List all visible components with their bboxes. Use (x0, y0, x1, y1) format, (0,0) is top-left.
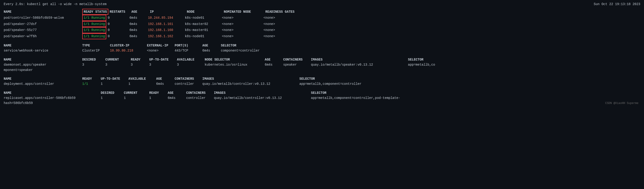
ds-desired: 3 (82, 62, 105, 67)
svc-col-selector-header: SELECTOR (221, 43, 313, 48)
pods-col-age-header: AGE (132, 9, 150, 14)
ds-available: 3 (177, 62, 205, 67)
pod-restarts: 0 (106, 15, 129, 20)
replicasets-header-row: NAME DESIRED CURRENT READY AGE CONTAINER… (4, 90, 640, 96)
ds-images: quay.io/metallb/speaker:v0.13.12 (311, 62, 408, 67)
ds-continuation: mponent=speaker (4, 68, 640, 72)
terminal: Every 2.0s: kubectl get all -o wide -n m… (4, 2, 640, 106)
table-row: pod/speaker-55z77 1/1 Running 0 6m4s 192… (4, 27, 640, 33)
svc-type: ClusterIP (82, 48, 110, 53)
svc-col-ports-header: PORT(S) (175, 43, 202, 48)
command-line: Every 2.0s: kubectl get all -o wide -n m… (4, 2, 106, 6)
ds-col-ready-header: READY (131, 57, 149, 62)
table-row: deployment.apps/controller 1/1 1 1 6m4s … (4, 81, 640, 86)
ds-col-age-header: AGE (265, 57, 283, 62)
pod-restarts: 0 (106, 34, 129, 39)
dep-available: 1 (128, 81, 156, 86)
dep-col-available-header: AVAILABLE (128, 76, 156, 81)
pods-col-status-header: STATUS (95, 10, 107, 14)
pod-node: k8s-master02 (185, 22, 222, 26)
table-row: pod/speaker-w7f6h 1/1 Running 0 6m4s 192… (4, 33, 640, 39)
dep-age: 6m4s (156, 81, 175, 86)
pod-readiness: <none> (263, 34, 310, 39)
pods-col-name-header: NAME (4, 9, 82, 14)
table-row: pod/controller-586bfc6b59-wclxm 1/1 Runn… (4, 15, 640, 21)
pods-col-ready-header: READY (84, 10, 93, 14)
dep-ready: 1/1 (82, 81, 101, 86)
watermark: CSDN @XiaoHH Superme (605, 102, 638, 105)
svc-col-clusterip-header: CLUSTER-IP (110, 43, 147, 48)
ds-col-desired-header: DESIRED (82, 57, 105, 62)
dep-containers: controller (175, 81, 202, 86)
pod-ip: 10.244.85.194 (148, 15, 185, 20)
svc-col-age-header: AGE (202, 43, 221, 48)
pod-age: 6m4s (129, 28, 148, 32)
pod-node: k8s-node01 (185, 34, 222, 39)
pods-col-nominated-header: NOMINATED NODE (224, 9, 266, 14)
rs-col-current-header: CURRENT (124, 90, 149, 96)
pods-col-node-header: NODE (187, 9, 224, 14)
pod-ready: 1/1 (84, 34, 90, 38)
services-header-row: NAME TYPE CLUSTER-IP EXTERNAL-IP PORT(S)… (4, 43, 640, 48)
pods-section: NAME READY STATUS RESTARTS AGE IP NODE N… (4, 9, 640, 39)
ds-col-current-header: CURRENT (105, 57, 131, 62)
ds-col-selector-header: SELECTOR (408, 57, 500, 62)
dep-col-ready-header: READY (82, 76, 101, 81)
dep-name: deployment.apps/controller (4, 81, 82, 86)
dep-selector: app=metallb,component=controller (299, 81, 415, 86)
pod-node: k8s-node01 (185, 15, 222, 20)
dep-col-name-header: NAME (4, 76, 82, 81)
pod-readiness: <none> (263, 15, 310, 20)
pod-name: pod/speaker-55z77 (4, 28, 82, 32)
pod-ip: 192.168.1.162 (148, 34, 185, 39)
rs-name: replicaset.apps/controller-586bfc6b59 (4, 96, 101, 100)
pods-col-restarts-header: RESTARTS (108, 9, 132, 14)
rs-age: 6m4s (168, 96, 186, 100)
dep-col-uptodate-header: UP-TO-DATE (101, 76, 128, 81)
table-row: service/webhook-service ClusterIP 10.99.… (4, 48, 640, 53)
pod-nominated: <none> (222, 22, 263, 26)
rs-current: 1 (124, 96, 149, 100)
pod-age: 6m4s (129, 22, 148, 26)
services-section: NAME TYPE CLUSTER-IP EXTERNAL-IP PORT(S)… (4, 43, 640, 53)
rs-col-containers-header: CONTAINERS (186, 90, 214, 96)
ds-col-uptodate-header: UP-TO-DATE (149, 57, 177, 62)
pod-ready: 1/1 (84, 28, 90, 32)
ds-col-containers-header: CONTAINERS (283, 57, 311, 62)
rs-col-selector-header: SELECTOR (311, 90, 472, 96)
rs-ready: 1 (149, 96, 168, 100)
table-row: replicaset.apps/controller-586bfc6b59 1 … (4, 96, 640, 100)
pod-readiness: <none> (263, 22, 310, 26)
ds-name: daemonset.apps/speaker (4, 62, 82, 67)
pod-node: k8s-master01 (185, 28, 222, 32)
pod-name: pod/speaker-27dsf (4, 22, 82, 26)
pod-ip: 192.168.1.161 (148, 22, 185, 26)
pod-nominated: <none> (222, 15, 263, 20)
pod-restarts: 0 (106, 28, 129, 32)
dep-col-selector-header: SELECTOR (299, 76, 415, 81)
daemonsets-header-row: NAME DESIRED CURRENT READY UP-TO-DATE AV… (4, 57, 640, 62)
rs-col-ready-header: READY (149, 90, 168, 96)
rs-col-name-header: NAME (4, 90, 101, 96)
replicasets-section: NAME DESIRED CURRENT READY AGE CONTAINER… (4, 90, 640, 106)
ds-age: 6m4s (265, 62, 283, 67)
rs-images: quay.io/metallb/controller:v0.13.12 (214, 96, 311, 100)
pod-ip: 192.168.1.160 (148, 28, 185, 32)
rs-containers: controller (186, 96, 214, 100)
deployments-header-row: NAME READY UP-TO-DATE AVAILABLE AGE CONT… (4, 76, 640, 81)
top-bar: Every 2.0s: kubectl get all -o wide -n m… (4, 2, 640, 6)
svc-clusterip: 10.99.80.218 (110, 48, 147, 53)
ds-col-nodeselector-header: NODE SELECTOR (205, 57, 265, 62)
ds-containers: speaker (283, 62, 311, 67)
dep-uptodate: 1 (101, 81, 128, 86)
dep-col-age-header: AGE (156, 76, 175, 81)
ds-col-images-header: IMAGES (311, 57, 408, 62)
pod-name: pod/speaker-w7f6h (4, 34, 82, 39)
pod-status: Running (92, 22, 105, 26)
rs-selector: app=metallb,component=controller,pod-tem… (311, 96, 472, 100)
ds-current: 3 (105, 62, 131, 67)
svc-name: service/webhook-service (4, 48, 82, 53)
rs-desired: 1 (101, 96, 124, 100)
pod-status: Running (92, 28, 105, 32)
daemonsets-section: NAME DESIRED CURRENT READY UP-TO-DATE AV… (4, 57, 640, 72)
